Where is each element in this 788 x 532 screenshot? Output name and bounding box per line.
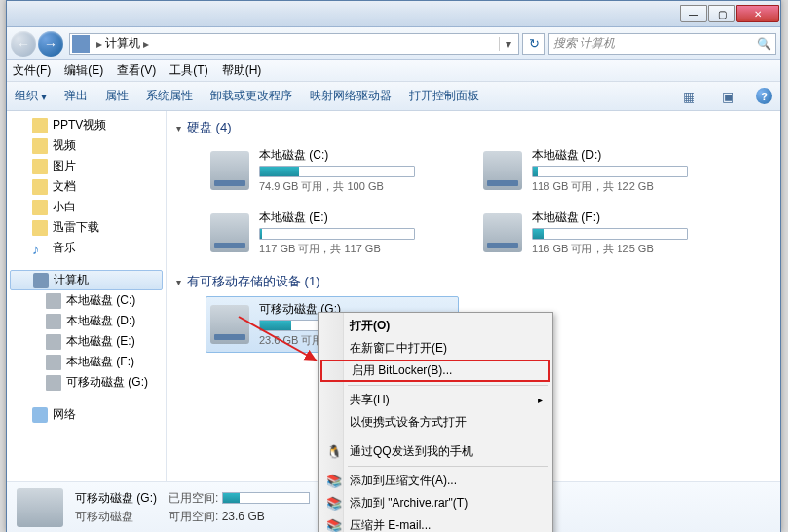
ctx-portable-open[interactable]: 以便携式设备方式打开: [320, 411, 550, 434]
drive-f[interactable]: 本地磁盘 (F:) 116 GB 可用，共 125 GB: [478, 205, 732, 261]
menu-tools[interactable]: 工具(T): [169, 62, 207, 79]
help-icon[interactable]: ?: [756, 88, 772, 104]
folder-icon: [32, 220, 48, 236]
ctx-add-to-rar[interactable]: 📚添加到 "Archive.rar"(T): [320, 492, 550, 514]
address-bar[interactable]: ▸ 计算机 ▸ ▾: [69, 33, 519, 55]
video-icon: [32, 138, 48, 154]
qq-icon: 🐧: [326, 444, 342, 460]
drive-label: 本地磁盘 (F:): [532, 209, 727, 226]
organize-button[interactable]: 组织 ▾: [15, 88, 47, 104]
drive-icon: [46, 293, 61, 309]
minimize-button[interactable]: —: [680, 5, 707, 22]
drive-label: 本地磁盘 (D:): [532, 147, 727, 164]
removable-drive-icon: [17, 488, 63, 527]
nav-bar: ← → ▸ 计算机 ▸ ▾ ↻ 搜索 计算机 🔍: [7, 27, 780, 60]
drive-stat: 117 GB 可用，共 117 GB: [259, 242, 454, 256]
drive-c[interactable]: 本地磁盘 (C:) 74.9 GB 可用，共 100 GB: [206, 142, 459, 199]
separator-icon: ▸: [143, 37, 149, 51]
drive-e[interactable]: 本地磁盘 (E:) 117 GB 可用，共 117 GB: [206, 205, 459, 261]
sidebar-item-computer[interactable]: 计算机: [10, 270, 163, 290]
drive-d[interactable]: 本地磁盘 (D:) 118 GB 可用，共 122 GB: [478, 142, 732, 199]
close-button[interactable]: ✕: [736, 5, 779, 22]
search-placeholder: 搜索 计算机: [553, 35, 615, 52]
music-icon: ♪: [32, 241, 48, 256]
free-space-label: 可用空间:: [169, 510, 218, 523]
separator: [348, 437, 548, 437]
preview-pane-button[interactable]: ▣: [717, 86, 738, 107]
used-space-label: 已用空间:: [169, 491, 218, 505]
sidebar-item-music[interactable]: ♪音乐: [7, 238, 166, 258]
drive-stat: 74.9 GB 可用，共 100 GB: [259, 179, 454, 194]
drive-icon: [46, 355, 61, 370]
sidebar-item-network[interactable]: 网络: [7, 404, 166, 425]
maximize-button[interactable]: ▢: [708, 5, 735, 22]
free-space-value: 23.6 GB: [222, 510, 265, 523]
ctx-qq-send[interactable]: 🐧通过QQ发送到我的手机: [320, 440, 550, 463]
sidebar-item-pptv[interactable]: PPTV视频: [7, 115, 166, 135]
archive-icon: 📚: [326, 496, 342, 512]
separator: [348, 385, 548, 386]
drive-stat: 116 GB 可用，共 125 GB: [532, 242, 727, 256]
sidebar-item-drive-e[interactable]: 本地磁盘 (E:): [7, 331, 166, 352]
properties-button[interactable]: 属性: [105, 88, 129, 104]
details-name: 可移动磁盘 (G:): [75, 490, 157, 507]
menu-view[interactable]: 查看(V): [117, 62, 156, 79]
collapse-icon: ▾: [176, 123, 181, 133]
refresh-button[interactable]: ↻: [522, 33, 545, 55]
menu-file[interactable]: 文件(F): [13, 62, 51, 79]
sidebar-item-thunder[interactable]: 迅雷下载: [7, 217, 166, 238]
titlebar: — ▢ ✕: [7, 1, 780, 27]
drive-icon: [210, 213, 249, 252]
sidebar-item-xiaobai[interactable]: 小白: [7, 197, 166, 217]
picture-icon: [32, 159, 48, 174]
drive-label: 本地磁盘 (E:): [259, 209, 454, 226]
ctx-compress-email[interactable]: 📚压缩并 E-mail...: [320, 514, 550, 532]
group-header-removable[interactable]: ▾有可移动存储的设备 (1): [176, 269, 770, 296]
forward-button[interactable]: →: [38, 31, 63, 57]
sidebar-item-documents[interactable]: 文档: [7, 176, 166, 197]
eject-button[interactable]: 弹出: [64, 88, 88, 104]
sidebar-item-drive-d[interactable]: 本地磁盘 (D:): [7, 311, 166, 331]
back-button[interactable]: ←: [11, 31, 36, 57]
control-panel-button[interactable]: 打开控制面板: [409, 88, 479, 104]
group-header-hdd[interactable]: ▾硬盘 (4): [176, 115, 770, 142]
search-input[interactable]: 搜索 计算机 🔍: [548, 33, 776, 55]
system-properties-button[interactable]: 系统属性: [146, 88, 193, 104]
drive-icon: [210, 151, 249, 190]
ctx-enable-bitlocker[interactable]: 启用 BitLocker(B)...: [320, 360, 550, 382]
context-menu: 打开(O) 在新窗口中打开(E) 启用 BitLocker(B)... 共享(H…: [318, 312, 553, 532]
sidebar-item-pictures[interactable]: 图片: [7, 156, 166, 176]
computer-icon: [33, 273, 49, 288]
sidebar-item-drive-g[interactable]: 可移动磁盘 (G:): [7, 372, 166, 393]
separator-icon: ▸: [96, 37, 102, 51]
map-drive-button[interactable]: 映射网络驱动器: [310, 88, 392, 104]
usage-bar: [259, 166, 415, 177]
ctx-open[interactable]: 打开(O): [320, 315, 550, 337]
sidebar-item-videos[interactable]: 视频: [7, 135, 166, 156]
submenu-arrow-icon: ▸: [538, 395, 543, 405]
ctx-add-archive[interactable]: 📚添加到压缩文件(A)...: [320, 470, 550, 492]
sidebar-item-drive-f[interactable]: 本地磁盘 (F:): [7, 352, 166, 372]
folder-icon: [32, 118, 48, 133]
details-type: 可移动磁盘: [75, 509, 157, 525]
chevron-down-icon: ▾: [41, 90, 47, 103]
removable-drive-icon: [210, 305, 249, 344]
menu-bar: 文件(F) 编辑(E) 查看(V) 工具(T) 帮助(H): [7, 60, 780, 82]
drive-icon: [483, 151, 522, 190]
drive-icon: [483, 213, 522, 252]
archive-icon: 📚: [326, 474, 342, 489]
breadcrumb-computer[interactable]: 计算机: [105, 35, 140, 52]
menu-help[interactable]: 帮助(H): [222, 62, 262, 79]
ctx-open-new-window[interactable]: 在新窗口中打开(E): [320, 337, 550, 360]
sidebar-item-drive-c[interactable]: 本地磁盘 (C:): [7, 290, 166, 311]
archive-icon: 📚: [326, 518, 342, 533]
uninstall-button[interactable]: 卸载或更改程序: [210, 88, 292, 104]
address-dropdown[interactable]: ▾: [499, 37, 516, 51]
navigation-tree: PPTV视频 视频 图片 文档 小白 迅雷下载 ♪音乐 计算机 本地磁盘 (C:…: [7, 111, 167, 481]
view-mode-button[interactable]: ▦: [678, 86, 699, 107]
ctx-share[interactable]: 共享(H)▸: [320, 389, 550, 411]
network-icon: [32, 407, 48, 423]
toolbar: 组织 ▾ 弹出 属性 系统属性 卸载或更改程序 映射网络驱动器 打开控制面板 ▦…: [7, 82, 780, 111]
menu-edit[interactable]: 编辑(E): [64, 62, 103, 79]
usage-bar: [259, 228, 415, 240]
